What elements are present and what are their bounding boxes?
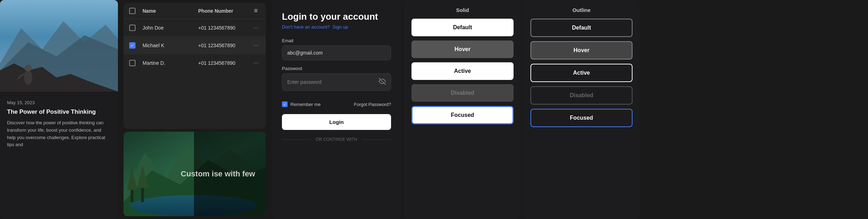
svg-point-4	[24, 70, 32, 85]
table-header: Name Phone Number ≡	[124, 3, 266, 19]
solid-focused-button[interactable]: Focused	[411, 106, 514, 124]
outline-default-button[interactable]: Default	[530, 19, 633, 37]
row-checkbox[interactable]	[129, 25, 136, 31]
row-actions-menu[interactable]: ···	[252, 24, 260, 31]
login-subtitle: Don't have an account? Sign up	[282, 24, 391, 30]
eye-off-icon[interactable]	[379, 78, 386, 86]
remember-checkbox[interactable]: ✓	[282, 101, 288, 107]
password-wrapper: Enter password	[282, 73, 391, 91]
blog-description: Discover how the power of positive think…	[7, 119, 111, 149]
forgot-password-link[interactable]: Forgot Password?	[354, 102, 391, 107]
table-row[interactable]: ✓ Michael K +01 1234567890 ···	[124, 37, 266, 54]
phone-column-header: Phone Number	[198, 8, 247, 14]
solid-default-button[interactable]: Default	[411, 19, 514, 36]
divider-line-right	[361, 139, 391, 140]
solid-hover-button[interactable]: Hover	[411, 40, 514, 58]
solid-buttons-panel: Solid Default Hover Active Disabled Focu…	[404, 0, 521, 219]
solid-header: Solid	[411, 7, 514, 13]
remember-me-group: ✓ Remember me	[282, 101, 321, 107]
svg-point-5	[25, 64, 32, 71]
menu-icon[interactable]: ≡	[252, 7, 260, 14]
contacts-table: Name Phone Number ≡ John Doe +01 1234567…	[124, 3, 266, 129]
or-text: OR CONTINUE WITH	[316, 137, 357, 142]
contact-phone: +01 1234567890	[198, 60, 247, 66]
row-actions-menu[interactable]: ···	[252, 42, 260, 49]
outline-active-button[interactable]: Active	[530, 64, 633, 82]
password-placeholder: Enter password	[287, 79, 321, 85]
remember-label: Remember me	[290, 102, 321, 107]
solid-disabled-button: Disabled	[411, 84, 514, 102]
row-checkbox[interactable]	[129, 60, 136, 66]
svg-rect-12	[141, 186, 144, 202]
outline-focused-button[interactable]: Focused	[530, 109, 633, 127]
contact-phone: +01 1234567890	[198, 43, 247, 48]
row-actions-menu[interactable]: ···	[252, 59, 260, 67]
password-display: Enter password	[282, 73, 391, 91]
or-divider: OR CONTINUE WITH	[282, 137, 391, 142]
login-title: Login to your account	[282, 11, 391, 22]
table-section: Name Phone Number ≡ John Doe +01 1234567…	[121, 0, 269, 219]
table-row[interactable]: Martine D. +01 1234567890 ···	[124, 54, 266, 71]
outline-disabled-button: Disabled	[530, 86, 633, 105]
blog-content: May 15, 2023 The Power of Positive Think…	[0, 92, 118, 219]
contact-name: Martine D.	[140, 60, 194, 66]
email-label: Email	[282, 38, 391, 43]
svg-rect-10	[131, 188, 133, 202]
email-display: abc@gmail.com	[282, 45, 391, 60]
divider-line-left	[282, 139, 312, 140]
login-button[interactable]: Login	[282, 114, 391, 130]
row-checkbox-checked[interactable]: ✓	[129, 42, 136, 49]
email-value: abc@gmail.com	[287, 50, 323, 56]
contact-phone: +01 1234567890	[198, 25, 247, 31]
login-panel: Login to your account Don't have an acco…	[271, 0, 402, 219]
outline-header: Outline	[530, 7, 633, 13]
check-icon: ✓	[131, 43, 134, 48]
image-card: Custom ise with few	[124, 132, 266, 216]
select-all-checkbox[interactable]	[129, 8, 136, 14]
blog-title: The Power of Positive Thinking	[7, 108, 111, 116]
outline-hover-button[interactable]: Hover	[530, 41, 633, 60]
contact-name: Michael K	[140, 43, 194, 48]
solid-active-button[interactable]: Active	[411, 62, 514, 80]
table-row[interactable]: John Doe +01 1234567890 ···	[124, 19, 266, 37]
blog-card: May 15, 2023 The Power of Positive Think…	[0, 0, 118, 219]
blog-image	[0, 0, 118, 92]
signup-link[interactable]: Sign up	[333, 24, 348, 30]
outline-buttons-panel: Outline Default Hover Active Disabled Fo…	[523, 0, 640, 219]
password-label: Password	[282, 66, 391, 71]
signup-prompt: Don't have an account?	[282, 24, 330, 30]
form-options-row: ✓ Remember me Forgot Password?	[282, 101, 391, 107]
contact-name: John Doe	[140, 25, 194, 31]
blog-date: May 15, 2023	[7, 100, 111, 105]
image-card-label: Custom ise with few	[181, 169, 255, 180]
image-card-text-overlay: Custom ise with few	[181, 169, 255, 180]
name-column-header: Name	[140, 8, 194, 14]
